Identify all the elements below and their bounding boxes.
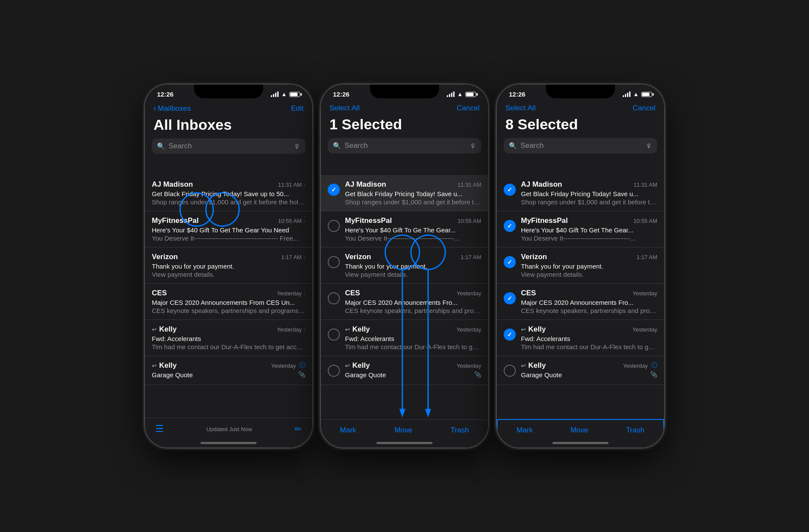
email-item-2-3[interactable]: CES Yesterday Major CES 2020 Announcemen… — [321, 284, 488, 320]
select-all-btn-3[interactable]: Select All — [505, 104, 536, 113]
email-sender-3-2: Verizon — [521, 253, 547, 261]
search-container-1: 🔍 Search 🎙 — [145, 138, 312, 158]
search-bar-3[interactable]: 🔍 Search 🎙 — [504, 138, 657, 153]
back-button-1[interactable]: ‹ Mailboxes — [154, 104, 191, 113]
trash-button-2[interactable]: Trash — [451, 426, 469, 435]
email-item-3-1[interactable]: ✓ MyFitnessPal 10:55 AM Here's Your $40 … — [497, 211, 664, 247]
signal-bar-3-3 — [627, 93, 628, 97]
circle-selector-3-3[interactable]: ✓ — [504, 292, 516, 304]
email-item-2-5[interactable]: ↩ Kelly Yesterday Garage Quote 📎 — [321, 356, 488, 385]
email-header-2-1: MyFitnessPal 10:55 AM — [345, 216, 481, 225]
email-item-1-0[interactable]: AJ Madison 11:31 AM › Get Black Friday P… — [145, 175, 312, 211]
email-preview-3-0: Shop ranges under $1,000 and get it befo… — [521, 198, 657, 206]
email-sender-2-3: CES — [345, 289, 360, 297]
email-item-2-1[interactable]: MyFitnessPal 10:55 AM Here's Your $40 Gi… — [321, 211, 488, 247]
circle-selector-2-4[interactable] — [328, 329, 340, 341]
email-subject-2-5: Garage Quote 📎 — [345, 371, 481, 379]
email-sender-3-0: AJ Madison — [521, 180, 562, 189]
action-toolbar-btns-2: Mark Move Trash — [321, 426, 488, 435]
reply-icon-1-5: ↩ — [152, 363, 157, 369]
email-content-2-5: ↩ Kelly Yesterday Garage Quote 📎 — [345, 361, 481, 379]
signal-bar-2-1 — [447, 95, 448, 97]
email-sender-3-4: ↩ Kelly — [521, 325, 546, 334]
compose-button-1[interactable]: ✏ — [295, 424, 302, 434]
mark-button-3[interactable]: Mark — [517, 426, 533, 435]
email-item-1-2[interactable]: Verizon 1:17 AM › Thank you for your pay… — [145, 247, 312, 284]
circle-selector-2-5[interactable] — [328, 365, 340, 377]
signal-bar-3 — [275, 93, 276, 97]
email-time-3-1: 10:55 AM — [633, 218, 657, 224]
filter-button-1[interactable]: ☰ — [155, 423, 164, 435]
email-sender-2-1: MyFitnessPal — [345, 216, 392, 225]
email-time-1-2: 1:17 AM › — [281, 254, 305, 260]
circle-selector-3-5[interactable] — [504, 365, 516, 377]
email-preview-2-1: You Deserve It--------------------------… — [345, 235, 481, 242]
circle-selector-3-1[interactable]: ✓ — [504, 220, 516, 232]
page-title-2: 1 Selected — [321, 114, 488, 138]
email-header-3-4: ↩ Kelly Yesterday — [521, 325, 657, 334]
screen-3: 12:26 ▲ — [497, 84, 664, 448]
circle-selector-3-4[interactable]: ✓ — [504, 329, 516, 341]
move-button-3[interactable]: Move — [571, 426, 589, 435]
email-subject-3-3: Major CES 2020 Announcements Fro... — [521, 299, 657, 306]
email-subject-1-3: Major CES 2020 Announcements From CES Un… — [152, 299, 305, 306]
email-item-3-2[interactable]: ✓ Verizon 1:17 AM Thank you for your pay… — [497, 247, 664, 284]
circle-selector-2-0[interactable]: ✓ — [328, 184, 340, 196]
circle-selector-2-3[interactable] — [328, 292, 340, 304]
email-item-1-4[interactable]: ↩ Kelly Yesterday › Fwd: Accelerants Tim… — [145, 320, 312, 356]
email-content-1-1: MyFitnessPal 10:55 AM › Here's Your $40 … — [152, 216, 305, 242]
email-item-3-3[interactable]: ✓ CES Yesterday Major CES 2020 Announcem… — [497, 284, 664, 320]
email-header-1-3: CES Yesterday › — [152, 289, 305, 297]
chevron-1-1: › — [304, 218, 305, 224]
email-content-2-2: Verizon 1:17 AM Thank you for your payme… — [345, 253, 481, 278]
selection-header-2: Select All Cancel — [321, 100, 488, 114]
email-item-2-4[interactable]: ↩ Kelly Yesterday Fwd: Accelerants Tim h… — [321, 320, 488, 356]
email-item-1-3[interactable]: CES Yesterday › Major CES 2020 Announcem… — [145, 284, 312, 320]
screen-2: 12:26 ▲ — [321, 84, 488, 448]
search-bar-2[interactable]: 🔍 Search 🎙 — [328, 138, 481, 153]
email-header-1-2: Verizon 1:17 AM › — [152, 253, 305, 261]
email-item-3-5[interactable]: ↩ Kelly Yesterday ⓘ Garage Quote — [497, 356, 664, 385]
email-sender-1-3: CES — [152, 289, 167, 297]
check-mark-3-2: ✓ — [507, 259, 512, 266]
trash-button-3[interactable]: Trash — [626, 426, 645, 435]
email-subject-2-2: Thank you for your payment. — [345, 263, 481, 270]
status-time-2: 12:26 — [333, 91, 349, 98]
email-sender-2-4: ↩ Kelly — [345, 325, 370, 334]
signal-bar-2-4 — [453, 91, 455, 97]
check-mark-2-0: ✓ — [331, 186, 336, 193]
email-subject-3-1: Here's Your $40 Gift To Get The Gear... — [521, 226, 657, 234]
signal-bars-2 — [447, 91, 455, 97]
email-item-3-0[interactable]: ✓ AJ Madison 11:31 AM Get Black Friday P… — [497, 175, 664, 211]
wifi-icon-2: ▲ — [457, 91, 463, 97]
email-item-2-0[interactable]: ✓ AJ Madison 11:31 AM Get Black Friday P… — [321, 175, 488, 211]
email-header-2-2: Verizon 1:17 AM — [345, 253, 481, 261]
phone-1: 12:26 ▲ — [144, 84, 313, 448]
move-button-2[interactable]: Move — [395, 426, 413, 435]
status-time-1: 12:26 — [157, 91, 173, 98]
chevron-1-3: › — [304, 290, 305, 297]
email-item-1-5[interactable]: ↩ Kelly Yesterday ⓘ Garage Quote — [145, 356, 312, 385]
email-item-3-4[interactable]: ✓ ↩ Kelly Yesterday — [497, 320, 664, 356]
select-all-btn-2[interactable]: Select All — [329, 104, 360, 113]
home-indicator-3 — [552, 442, 608, 444]
check-mark-3-0: ✓ — [507, 186, 512, 193]
circle-selector-2-2[interactable] — [328, 256, 340, 268]
email-content-3-5: ↩ Kelly Yesterday ⓘ Garage Quote — [521, 361, 657, 379]
circle-selector-3-2[interactable]: ✓ — [504, 256, 516, 268]
email-subject-1-0: Get Black Friday Pricing Today! Save up … — [152, 190, 305, 197]
back-arrow-1: ‹ — [154, 104, 156, 113]
email-item-1-1[interactable]: MyFitnessPal 10:55 AM › Here's Your $40 … — [145, 211, 312, 247]
email-subject-3-4: Fwd: Accelerants — [521, 335, 657, 342]
email-header-1-5: ↩ Kelly Yesterday ⓘ — [152, 361, 305, 370]
email-subject-1-1: Here's Your $40 Gift To Get The Gear You… — [152, 226, 305, 234]
mark-button-2[interactable]: Mark — [340, 426, 356, 435]
edit-button-1[interactable]: Edit — [291, 104, 304, 113]
search-bar-1[interactable]: 🔍 Search 🎙 — [152, 138, 305, 154]
email-header-1-4: ↩ Kelly Yesterday › — [152, 325, 305, 334]
circle-selector-2-1[interactable] — [328, 220, 340, 232]
email-item-2-2[interactable]: Verizon 1:17 AM Thank you for your payme… — [321, 247, 488, 284]
circle-selector-3-0[interactable]: ✓ — [504, 184, 516, 196]
cancel-btn-2[interactable]: Cancel — [457, 104, 480, 113]
cancel-btn-3[interactable]: Cancel — [633, 104, 655, 113]
